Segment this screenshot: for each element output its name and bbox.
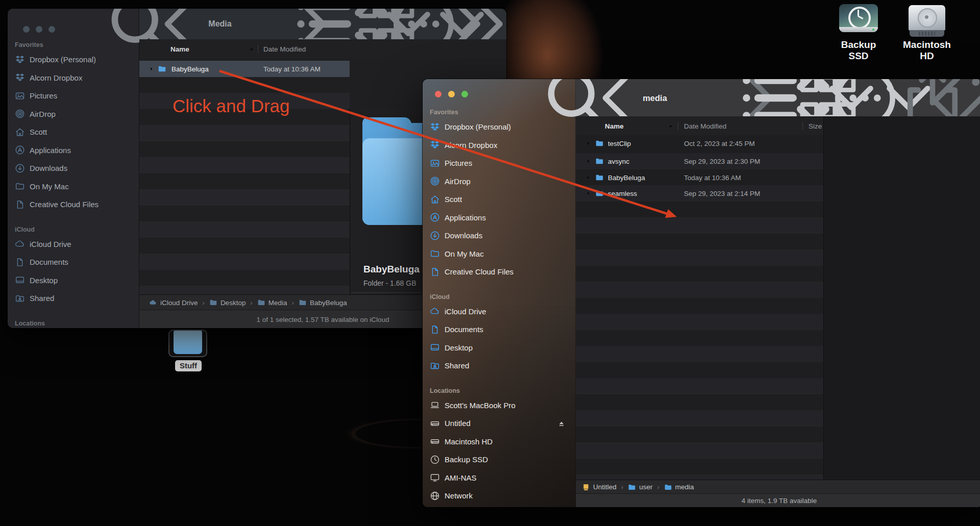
sidebar-item-label: iCloud Drive	[445, 307, 486, 316]
preview-file-meta: Folder - 1.68 GB	[363, 279, 416, 287]
path-crumb[interactable]: BabyBeluga	[287, 298, 347, 307]
sidebar-item[interactable]: Downloads	[8, 159, 139, 178]
sidebar-item[interactable]: AirDrop	[8, 105, 139, 123]
drive-icon	[430, 436, 440, 446]
disclosure-chevron-icon[interactable]	[585, 191, 591, 196]
sidebar-item[interactable]: Desktop	[423, 339, 575, 357]
column-divider[interactable]	[802, 122, 803, 130]
sidebar-item[interactable]: iCloud Drive	[423, 303, 575, 321]
path-crumb[interactable]: media	[652, 483, 694, 491]
sidebar-section-items: iCloud Drive Documents Desktop	[8, 235, 139, 308]
dropbox-icon	[15, 72, 25, 83]
sidebar-item[interactable]: Shared	[423, 357, 575, 375]
drive-icon	[430, 418, 440, 429]
sidebar-item[interactable]: Applications	[423, 209, 575, 227]
column-header-date-modified[interactable]: Date Modified	[263, 45, 306, 53]
doc-icon	[15, 257, 25, 267]
desktop-icon	[430, 342, 440, 353]
header-filler	[823, 116, 980, 135]
path-crumb[interactable]: Untitled	[582, 483, 617, 491]
sidebar-item[interactable]: Macintosh HD	[423, 433, 575, 451]
sidebar-item[interactable]: Shared	[8, 289, 139, 308]
sidebar-item[interactable]: iCloud Drive	[8, 235, 139, 254]
sidebar-item-label: Scott	[30, 128, 47, 136]
sidebar-item[interactable]: Alcorn Dropbox	[423, 136, 575, 155]
sidebar-section: iCloud iCloud Drive Documents	[423, 293, 575, 375]
column-header-size[interactable]: Size	[808, 122, 822, 130]
sidebar-item[interactable]: Alcorn Dropbox	[8, 69, 139, 87]
sidebar-item[interactable]: Scott's MacBook Pro	[423, 396, 575, 415]
path-crumb[interactable]: Desktop	[198, 298, 246, 307]
sidebar-item-label: iCloud Drive	[30, 240, 71, 248]
path-crumb-label: Untitled	[593, 483, 617, 491]
sidebar-item[interactable]: Applications	[8, 141, 139, 160]
sidebar-item-label: Macintosh HD	[445, 437, 493, 446]
desktop-icon-backup-ssd[interactable]: Backup SSD	[831, 4, 886, 62]
disclosure-chevron-icon[interactable]	[585, 159, 591, 164]
disclosure-chevron-icon[interactable]	[585, 174, 591, 180]
disclosure-chevron-icon[interactable]	[149, 66, 154, 71]
column-divider[interactable]	[678, 122, 678, 130]
selection-highlight	[168, 330, 207, 357]
sidebar-sections: Favorites Dropbox (Personal) Alcorn Drop…	[423, 79, 575, 507]
file-row[interactable]: testClip Oct 2, 2023 at 2:45 PM	[576, 135, 823, 152]
sidebar-section-items: Dropbox (Personal) Alcorn Dropbox Pictur…	[8, 51, 139, 214]
sidebar-section: Locations	[8, 320, 139, 328]
sidebar-item[interactable]: Creative Cloud Files	[423, 263, 575, 281]
sidebar-item-label: Desktop	[30, 276, 58, 285]
sidebar-item[interactable]: Creative Cloud Files	[8, 195, 139, 214]
folder-icon	[595, 139, 604, 147]
appstore-icon	[15, 145, 25, 155]
disclosure-chevron-icon[interactable]	[585, 140, 591, 146]
sidebar-item[interactable]: Pictures	[8, 87, 139, 105]
sidebar-item-label: AirDrop	[30, 110, 56, 118]
column-header-name[interactable]: Name	[170, 45, 189, 53]
sidebar-item[interactable]: Documents	[423, 320, 575, 339]
sidebar-item-label: Shared	[445, 361, 469, 370]
sidebar-item[interactable]: Scott	[8, 123, 139, 141]
file-row[interactable]: BabyBeluga Today at 10:36 AM	[576, 169, 823, 186]
eject-icon[interactable]	[557, 419, 570, 428]
sidebar-item[interactable]: AMI-NAS	[423, 469, 575, 487]
file-row[interactable]: seamless Sep 29, 2023 at 2:14 PM	[576, 186, 823, 202]
sidebar-item[interactable]: Documents	[8, 253, 139, 271]
list-stripes	[139, 77, 350, 294]
path-crumb[interactable]: iCloud Drive	[149, 298, 198, 307]
home-icon	[430, 194, 440, 205]
clock-icon	[430, 455, 440, 465]
sidebar-item[interactable]: Backup SSD	[423, 450, 575, 469]
dropbox-icon	[15, 55, 25, 65]
sidebar-item[interactable]: Untitled	[423, 414, 575, 433]
sidebar-item[interactable]: Scott	[423, 190, 575, 209]
desktop-icon-macintosh-hd[interactable]: Macintosh HD	[902, 5, 951, 62]
path-crumb[interactable]: Media	[246, 298, 287, 307]
file-row[interactable]: avsync Sep 29, 2023 at 2:30 PM	[576, 154, 823, 170]
sidebar-item[interactable]: On My Mac	[8, 178, 139, 196]
file-date-modified: Today at 10:36 AM	[263, 65, 321, 72]
path-crumb-label: Media	[268, 299, 287, 307]
path-crumb[interactable]: user	[617, 483, 653, 491]
sidebar-item-label: Creative Cloud Files	[30, 200, 99, 209]
sidebar-item[interactable]: Pictures	[423, 154, 575, 172]
sidebar-item[interactable]: On My Mac	[423, 245, 575, 263]
sidebar-item-label: Downloads	[30, 164, 67, 172]
column-header-date-modified[interactable]: Date Modified	[684, 122, 726, 130]
sidebar-section: Favorites Dropbox (Personal) Alcorn Drop…	[8, 41, 139, 214]
sidebar-item-label: Downloads	[445, 231, 482, 240]
sidebar-item-label: AirDrop	[445, 177, 471, 186]
file-row[interactable]: BabyBeluga Today at 10:36 AM	[139, 61, 350, 77]
dropbox-icon	[430, 140, 440, 150]
cloud-icon	[430, 306, 440, 316]
column-header-name[interactable]: Name	[605, 122, 624, 130]
path-crumb-label: media	[675, 483, 694, 491]
sidebar-item[interactable]: Downloads	[423, 227, 575, 245]
home-icon	[15, 127, 25, 137]
folder-line-icon	[15, 181, 25, 191]
column-divider[interactable]	[258, 45, 258, 53]
sidebar-item[interactable]: AirDrop	[423, 172, 575, 191]
folder-line-icon	[430, 248, 440, 259]
sidebar-item[interactable]: Desktop	[8, 271, 139, 290]
sidebar-item[interactable]: Network	[423, 487, 575, 505]
desktop-icon-stuff[interactable]: Stuff	[168, 330, 208, 371]
shared-folder-icon	[15, 293, 25, 304]
